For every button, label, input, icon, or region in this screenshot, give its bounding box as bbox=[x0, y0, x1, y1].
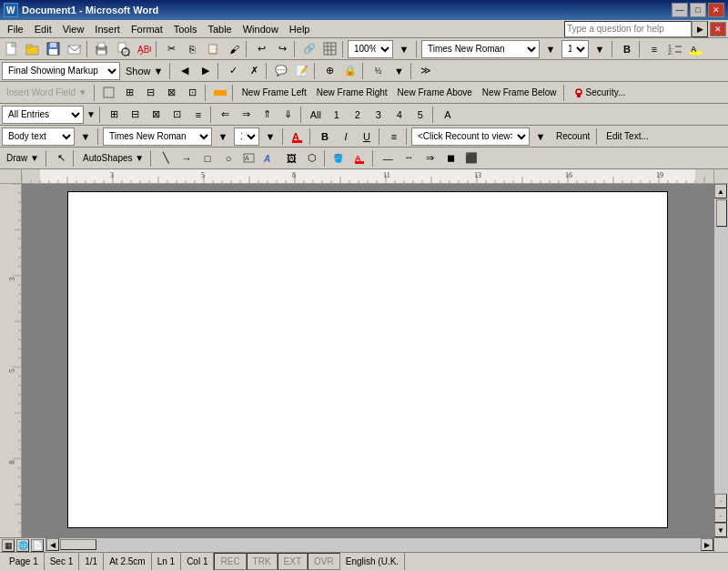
insert-hyperlink-button[interactable]: 🔗 bbox=[299, 40, 319, 58]
outline-all[interactable]: All bbox=[306, 106, 326, 124]
save-button[interactable] bbox=[44, 40, 64, 58]
line-style-btn[interactable]: — bbox=[378, 149, 398, 168]
outline-2[interactable]: 2 bbox=[348, 106, 368, 124]
menu-file[interactable]: File bbox=[2, 20, 29, 37]
outline-1[interactable]: 1 bbox=[327, 106, 347, 124]
security-btn[interactable]: Security... bbox=[569, 84, 631, 102]
3d-btn[interactable]: ⬛ bbox=[461, 149, 481, 168]
h-scrollbar[interactable]: ◀ ▶ bbox=[46, 538, 713, 552]
scroll-left-button[interactable]: ◀ bbox=[46, 538, 59, 551]
align-btn[interactable]: ≡ bbox=[384, 127, 404, 146]
font-color-btn2[interactable]: A bbox=[350, 149, 370, 168]
list-button[interactable]: ≡ bbox=[644, 40, 664, 58]
print-button[interactable] bbox=[92, 40, 112, 58]
shadow-btn[interactable]: ◼ bbox=[440, 149, 460, 168]
italic-btn[interactable]: I bbox=[336, 127, 356, 146]
new-button[interactable] bbox=[2, 40, 22, 58]
format-painter-button[interactable]: 🖌 bbox=[224, 40, 244, 58]
markup-select[interactable]: Final Showing Markup bbox=[2, 62, 120, 80]
entries-select[interactable]: All Entries bbox=[2, 106, 84, 124]
oval-btn[interactable]: ○ bbox=[218, 149, 238, 168]
fontsize2-dropdown[interactable]: ▼ bbox=[260, 127, 280, 146]
bold-btn2[interactable]: B bbox=[315, 127, 335, 146]
vertical-scrollbar[interactable]: ▲ ⬝ ⬝ ▼ bbox=[713, 184, 728, 537]
underline-btn[interactable]: U bbox=[357, 127, 377, 146]
tables-button[interactable] bbox=[320, 40, 340, 58]
open-button[interactable] bbox=[23, 40, 43, 58]
menu-table[interactable]: Table bbox=[202, 20, 237, 37]
maximize-button[interactable]: □ bbox=[690, 3, 706, 17]
outline-btn4[interactable]: ⊡ bbox=[167, 106, 187, 124]
protect-btn[interactable]: 🔒 bbox=[340, 62, 360, 80]
next-change[interactable]: ▶ bbox=[196, 62, 216, 80]
draw-dropdown-btn[interactable]: Draw ▼ bbox=[2, 149, 44, 168]
outline-btn3[interactable]: ⊠ bbox=[147, 106, 167, 124]
wordart-btn[interactable]: A bbox=[260, 149, 280, 168]
document-page[interactable] bbox=[67, 191, 668, 528]
line-btn[interactable]: ╲ bbox=[156, 149, 176, 168]
new-frame-right-btn[interactable]: New Frame Right bbox=[312, 84, 392, 102]
font2-dropdown[interactable]: ▼ bbox=[213, 127, 233, 146]
scroll-page-up[interactable]: ⬝ bbox=[714, 494, 727, 508]
frames-icon4[interactable]: ⊠ bbox=[162, 84, 182, 102]
print-layout-btn[interactable]: 📄 bbox=[31, 539, 44, 552]
outline-btn2[interactable]: ⊟ bbox=[126, 106, 146, 124]
undo-button[interactable]: ↩ bbox=[251, 40, 271, 58]
menu-insert[interactable]: Insert bbox=[89, 20, 126, 37]
menu-help[interactable]: Help bbox=[284, 20, 316, 37]
outline-btn1[interactable]: ⊞ bbox=[105, 106, 125, 124]
scroll-thumb[interactable] bbox=[716, 199, 727, 227]
web-layout-btn[interactable]: 🌐 bbox=[16, 539, 29, 552]
fontsize-dropdown[interactable]: ▼ bbox=[590, 40, 610, 58]
new-frame-below-btn[interactable]: New Frame Below bbox=[478, 84, 561, 102]
paste-button[interactable]: 📋 bbox=[203, 40, 223, 58]
rect-btn[interactable]: □ bbox=[197, 149, 217, 168]
zoom-select[interactable]: 100% 75% 150% bbox=[348, 40, 393, 58]
textbox-btn[interactable]: A bbox=[239, 149, 259, 168]
menu-view[interactable]: View bbox=[57, 20, 90, 37]
new-frame-above-btn[interactable]: New Frame Above bbox=[393, 84, 477, 102]
arrow-btn[interactable]: → bbox=[177, 149, 197, 168]
outline-3[interactable]: 3 bbox=[369, 106, 389, 124]
fontsize-select[interactable]: 12 bbox=[561, 40, 589, 58]
menu-tools[interactable]: Tools bbox=[168, 20, 203, 37]
bold-button[interactable]: B bbox=[617, 40, 637, 58]
frames-icon2[interactable]: ⊞ bbox=[120, 84, 140, 102]
outline-btn5[interactable]: ≡ bbox=[188, 106, 208, 124]
outline-btn8[interactable]: ⇑ bbox=[258, 106, 278, 124]
new-frame-left-btn[interactable]: New Frame Left bbox=[238, 84, 311, 102]
menu-format[interactable]: Format bbox=[126, 20, 168, 37]
outline-btn9[interactable]: ⇓ bbox=[278, 106, 298, 124]
edit-text-button[interactable]: Edit Text... bbox=[602, 127, 653, 146]
menu-edit[interactable]: Edit bbox=[29, 20, 57, 37]
recount-select[interactable]: <Click Recount to view> bbox=[411, 127, 530, 146]
normal-view-btn[interactable]: ▦ bbox=[2, 539, 15, 552]
fontsize-select2[interactable]: 12 bbox=[234, 127, 259, 146]
highlight-yellow[interactable] bbox=[210, 84, 230, 102]
print-preview-button[interactable] bbox=[113, 40, 133, 58]
frames-icon3[interactable]: ⊟ bbox=[141, 84, 161, 102]
zoom-dropdown[interactable]: ▼ bbox=[394, 40, 414, 58]
cut-button[interactable]: ✂ bbox=[161, 40, 181, 58]
new-comment[interactable]: 💬 bbox=[271, 62, 291, 80]
prev-change[interactable]: ◀ bbox=[175, 62, 195, 80]
fraction-btn[interactable]: ½ bbox=[368, 62, 388, 80]
font-select2[interactable]: Times New Roman bbox=[103, 127, 212, 146]
spell-check-button[interactable]: ABC✓ bbox=[134, 40, 154, 58]
font-color-btn[interactable]: A bbox=[288, 127, 308, 146]
recount-dropdown[interactable]: ▼ bbox=[531, 127, 551, 146]
clipart-btn[interactable]: 🖼 bbox=[281, 149, 301, 168]
scroll-right-button[interactable]: ▶ bbox=[701, 538, 713, 551]
outline-btn6[interactable]: ⇐ bbox=[216, 106, 236, 124]
minimize-button[interactable]: — bbox=[672, 3, 688, 17]
redo-button[interactable]: ↪ bbox=[272, 40, 292, 58]
show-fmt-btn[interactable]: A bbox=[438, 106, 458, 124]
dash-style-btn[interactable]: ╌ bbox=[399, 149, 419, 168]
help-search-input[interactable] bbox=[564, 21, 692, 37]
reviewing-more2[interactable]: ≫ bbox=[416, 62, 436, 80]
outline-4[interactable]: 4 bbox=[389, 106, 410, 124]
font-dropdown[interactable]: ▼ bbox=[541, 40, 561, 58]
fill-color-btn[interactable]: 🪣 bbox=[329, 149, 349, 168]
scroll-page-down[interactable]: ⬝ bbox=[714, 508, 727, 523]
frames-icon5[interactable]: ⊡ bbox=[183, 84, 203, 102]
